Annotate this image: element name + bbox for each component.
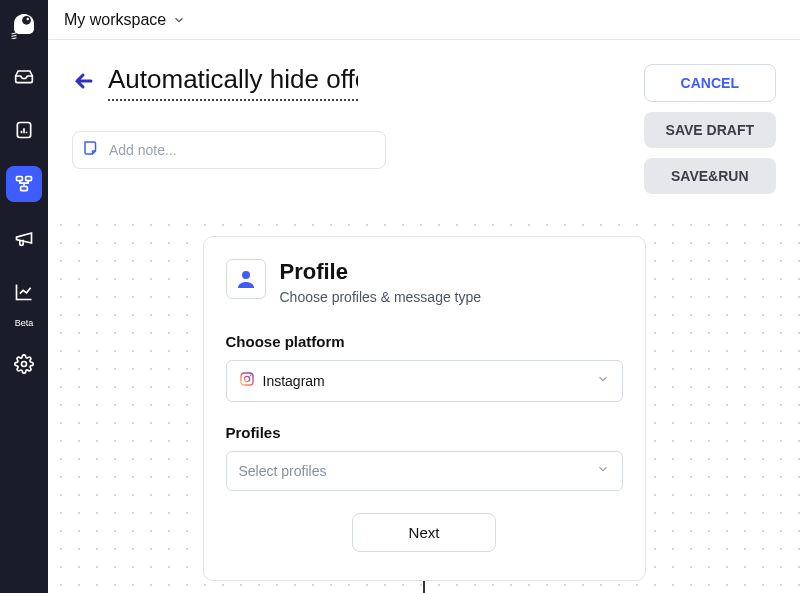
inbox-icon[interactable]: [6, 58, 42, 94]
workflow-icon[interactable]: [6, 166, 42, 202]
svg-point-1: [27, 18, 30, 21]
next-button[interactable]: Next: [352, 513, 497, 552]
chevron-down-icon: [172, 13, 186, 27]
back-arrow-icon[interactable]: [72, 69, 96, 97]
profile-icon: [226, 259, 266, 299]
canvas[interactable]: Profile Choose profiles & message type C…: [48, 212, 800, 593]
flow-title-input[interactable]: [108, 64, 358, 101]
reports-icon[interactable]: [6, 112, 42, 148]
note-icon: [82, 139, 100, 161]
instagram-icon: [239, 371, 255, 391]
settings-icon[interactable]: [6, 346, 42, 382]
svg-point-9: [244, 376, 249, 381]
profiles-placeholder: Select profiles: [239, 463, 327, 479]
svg-point-0: [22, 16, 31, 25]
note-input[interactable]: [72, 131, 386, 169]
left-sidebar: Beta: [0, 0, 48, 593]
card-title: Profile: [280, 259, 482, 285]
platform-label: Choose platform: [226, 333, 623, 350]
app-logo: [8, 8, 40, 40]
profiles-select[interactable]: Select profiles: [226, 451, 623, 491]
beta-label: Beta: [15, 318, 34, 328]
svg-rect-5: [21, 187, 28, 191]
save-draft-button[interactable]: SAVE DRAFT: [644, 112, 776, 148]
analytics-icon[interactable]: [6, 274, 42, 310]
connector-line: [423, 581, 425, 593]
svg-point-10: [249, 375, 251, 377]
top-bar: My workspace: [48, 0, 800, 40]
platform-select[interactable]: Instagram: [226, 360, 623, 402]
save-run-button[interactable]: SAVE&RUN: [644, 158, 776, 194]
chevron-down-icon: [596, 462, 610, 480]
card-subtitle: Choose profiles & message type: [280, 289, 482, 305]
workspace-selector[interactable]: My workspace: [64, 11, 186, 29]
workspace-label: My workspace: [64, 11, 166, 29]
cancel-button[interactable]: CANCEL: [644, 64, 776, 102]
svg-rect-3: [17, 177, 23, 181]
svg-rect-4: [26, 177, 32, 181]
platform-value: Instagram: [263, 373, 325, 389]
profiles-label: Profiles: [226, 424, 623, 441]
chevron-down-icon: [596, 372, 610, 390]
profile-card: Profile Choose profiles & message type C…: [203, 236, 646, 581]
megaphone-icon[interactable]: [6, 220, 42, 256]
svg-point-6: [22, 362, 27, 367]
svg-point-7: [242, 271, 250, 279]
